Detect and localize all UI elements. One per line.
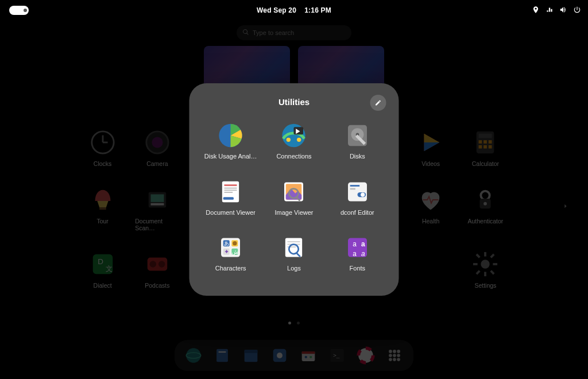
calendar-icon xyxy=(241,346,261,365)
app-launcher[interactable]: D 文 Dialect xyxy=(80,251,125,289)
app-label: Calculator xyxy=(472,160,499,167)
help-launcher[interactable] xyxy=(356,346,376,365)
svg-rect-94 xyxy=(288,241,300,242)
svg-rect-13 xyxy=(99,207,106,210)
svg-point-17 xyxy=(481,191,490,200)
svg-rect-12 xyxy=(489,145,492,149)
app-folder-popup: Utilities Disk Usage Anal… Connections D… xyxy=(189,83,399,296)
app-launcher[interactable]: a a a a Fonts xyxy=(328,235,386,272)
svg-rect-8 xyxy=(484,140,488,144)
svg-point-4 xyxy=(152,137,163,148)
software-launcher[interactable] xyxy=(270,346,289,365)
app-label: Health xyxy=(422,218,439,225)
dash: >_ xyxy=(175,340,413,371)
svg-point-35 xyxy=(186,348,201,363)
app-launcher[interactable]: Health xyxy=(409,187,453,231)
app-launcher[interactable]: Tour xyxy=(80,187,125,231)
videos-icon xyxy=(417,129,444,156)
clock-area[interactable]: Wed Sep 20 1:16 PM xyxy=(257,6,331,14)
svg-rect-20 xyxy=(92,254,113,274)
app-folder-grid: Disk Usage Anal… Connections Disks Docum… xyxy=(202,123,386,285)
app-launcher[interactable]: あ ✦ ش Characters xyxy=(202,235,260,272)
app-launcher[interactable]: Podcasts xyxy=(135,251,179,289)
app-grid-launcher[interactable] xyxy=(385,346,404,365)
svg-point-49 xyxy=(358,348,373,363)
svg-rect-47 xyxy=(331,349,344,362)
activities-button[interactable] xyxy=(9,6,29,15)
app-launcher[interactable]: Videos xyxy=(409,129,453,167)
camera-icon xyxy=(144,129,171,156)
app-launcher[interactable]: Connections xyxy=(265,123,323,160)
folder-title: Utilities xyxy=(278,97,310,107)
app-label: Authenticator xyxy=(467,218,503,225)
app-label: Dialect xyxy=(94,282,112,289)
app-launcher[interactable]: Document Scan… xyxy=(135,187,179,231)
svg-rect-32 xyxy=(490,270,495,274)
app-launcher[interactable]: Clocks xyxy=(80,129,125,167)
app-launcher[interactable]: Image Viewer xyxy=(265,179,323,216)
app-grid-icon xyxy=(385,346,404,365)
health-icon xyxy=(417,187,444,213)
svg-rect-28 xyxy=(484,272,486,276)
podcasts-icon xyxy=(144,251,171,277)
svg-point-24 xyxy=(149,261,156,268)
svg-rect-10 xyxy=(479,145,482,149)
svg-rect-34 xyxy=(476,270,481,274)
search-bar[interactable]: Type to search xyxy=(237,25,351,40)
svg-point-36 xyxy=(186,353,201,358)
search-placeholder: Type to search xyxy=(253,29,294,36)
svg-point-88 xyxy=(233,241,237,245)
next-page-button[interactable] xyxy=(560,201,571,211)
system-tray[interactable] xyxy=(532,0,581,21)
folder-edit-button[interactable] xyxy=(370,95,386,111)
app-label: Disks xyxy=(350,153,365,160)
calendar-launcher[interactable] xyxy=(241,346,261,365)
svg-point-26 xyxy=(481,260,490,268)
clock-time: 1:16 PM xyxy=(304,6,331,14)
calculator-icon xyxy=(472,129,498,156)
app-launcher[interactable]: Camera xyxy=(135,129,179,167)
app-launcher[interactable]: Logs xyxy=(265,235,323,272)
app-label: Clocks xyxy=(94,160,112,167)
svg-rect-38 xyxy=(219,351,226,353)
location-icon xyxy=(532,6,540,16)
app-label: Logs xyxy=(287,265,301,272)
web-browser-launcher[interactable] xyxy=(184,346,203,365)
app-launcher[interactable]: Disks xyxy=(328,123,386,160)
svg-rect-30 xyxy=(493,263,498,265)
software-center-launcher[interactable] xyxy=(299,346,318,365)
app-label: Videos xyxy=(421,160,440,167)
disks-icon xyxy=(345,123,370,148)
app-label: Settings xyxy=(474,282,496,289)
svg-point-46 xyxy=(310,356,312,358)
app-launcher[interactable]: Authenticator xyxy=(463,187,508,231)
app-launcher[interactable]: Disk Usage Anal… xyxy=(202,123,260,160)
svg-rect-41 xyxy=(273,349,287,362)
app-launcher[interactable]: Document Viewer xyxy=(202,179,260,216)
clock-icon xyxy=(90,129,116,156)
svg-rect-71 xyxy=(225,187,237,188)
svg-text:ش: ش xyxy=(231,249,238,256)
svg-text:文: 文 xyxy=(105,265,112,272)
svg-point-63 xyxy=(287,138,291,142)
svg-text:a: a xyxy=(361,250,365,258)
app-launcher[interactable]: dconf Editor xyxy=(328,179,386,216)
files-launcher[interactable] xyxy=(212,346,232,365)
page-dot[interactable] xyxy=(297,322,300,324)
terminal-launcher[interactable]: >_ xyxy=(327,346,347,365)
app-label: Camera xyxy=(146,160,168,167)
svg-point-59 xyxy=(393,358,396,361)
app-launcher[interactable]: Calculator xyxy=(463,129,508,167)
app-launcher[interactable]: Settings xyxy=(463,251,508,289)
app-label: Document Viewer xyxy=(206,209,256,216)
svg-rect-31 xyxy=(476,254,481,258)
svg-point-64 xyxy=(297,138,301,142)
svg-rect-74 xyxy=(223,197,234,200)
svg-point-25 xyxy=(158,261,165,268)
svg-point-19 xyxy=(484,202,488,206)
page-indicator xyxy=(288,322,300,324)
svg-text:>_: >_ xyxy=(333,352,340,358)
power-icon xyxy=(573,6,581,16)
svg-rect-15 xyxy=(150,194,164,202)
help-icon xyxy=(356,346,376,365)
